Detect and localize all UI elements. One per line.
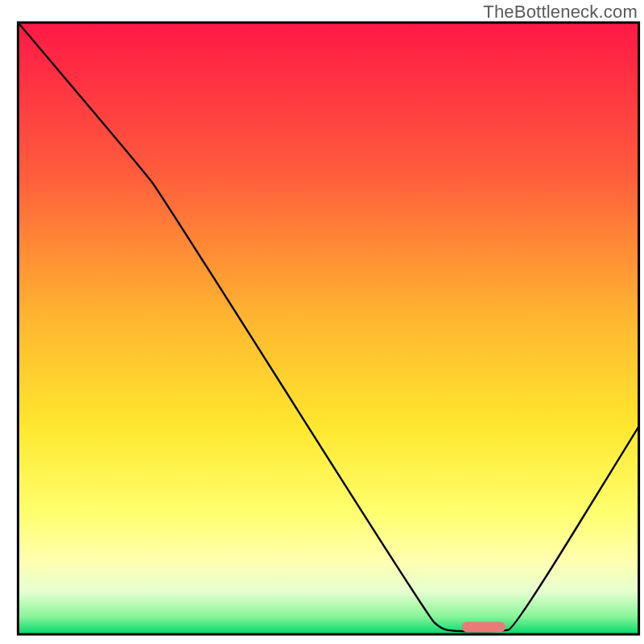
- bottleneck-chart: [0, 0, 644, 644]
- watermark-text: TheBottleneck.com: [483, 2, 638, 23]
- optimal-range-marker: [462, 621, 506, 632]
- chart-container: TheBottleneck.com: [0, 0, 644, 644]
- plot-background: [18, 23, 638, 634]
